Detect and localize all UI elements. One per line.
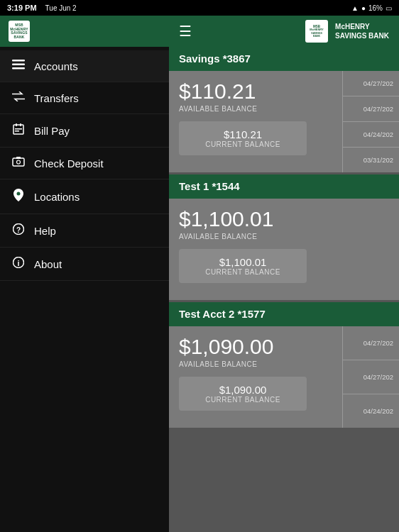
current-balance-amount-test1-1544: $1,100.01	[189, 256, 297, 268]
app-container: MSB McHENRY SAVINGS BANK Accounts	[0, 16, 399, 532]
svg-rect-0	[12, 60, 25, 62]
current-balance-box-savings-3867: $110.21CURRENT BALANCE	[179, 121, 307, 155]
account-card-test1-1544[interactable]: Test 1 *1544$1,100.01AVAILABLE BALANCE$1…	[169, 174, 399, 300]
date-row-2: 04/24/202	[343, 394, 399, 428]
signal-icon: ●	[361, 4, 366, 12]
account-body-wrap-savings-3867: $110.21AVAILABLE BALANCE$110.21CURRENT B…	[169, 71, 399, 172]
current-balance-box-test1-1544: $1,100.01CURRENT BALANCE	[179, 249, 307, 283]
account-header-testacct2-1577: Test Acct 2 *1577	[169, 302, 399, 326]
main-logo-bank: BANK	[313, 35, 320, 38]
main-content: ☰ MSB McHENRY SAVINGS BANK McHENRY SAVIN…	[169, 16, 399, 532]
account-dates-col-testacct2-1577: 04/27/20204/27/20204/24/202	[342, 326, 399, 428]
billpay-label: Bill Pay	[34, 125, 70, 137]
svg-text:?: ?	[16, 226, 21, 234]
account-main-col-testacct2-1577: $1,090.00AVAILABLE BALANCE$1,090.00CURRE…	[169, 326, 342, 428]
about-label: About	[34, 258, 62, 270]
date-row-0: 04/27/202	[343, 326, 399, 360]
account-main-col-test1-1544: $1,100.01AVAILABLE BALANCE$1,100.01CURRE…	[169, 199, 399, 300]
accounts-list: Savings *3867$110.21AVAILABLE BALANCE$11…	[169, 47, 399, 532]
svg-rect-4	[16, 123, 17, 126]
sidebar-item-accounts[interactable]: Accounts	[0, 50, 169, 82]
date-text-2: 04/24/202	[364, 131, 393, 138]
svg-rect-8	[13, 158, 24, 166]
date-row-3: 03/31/202	[343, 148, 399, 172]
battery-indicator: 16%	[368, 4, 383, 12]
svg-rect-10	[16, 157, 21, 159]
svg-rect-1	[12, 64, 25, 66]
menu-button[interactable]: ☰	[179, 23, 192, 40]
sidebar-item-billpay[interactable]: Bill Pay	[0, 114, 169, 148]
sidebar-item-locations[interactable]: Locations	[0, 179, 169, 214]
svg-point-9	[17, 160, 21, 164]
sidebar-header: MSB McHENRY SAVINGS BANK	[0, 16, 169, 47]
current-balance-box-testacct2-1577: $1,090.00CURRENT BALANCE	[179, 377, 307, 411]
sidebar-item-transfers[interactable]: Transfers	[0, 82, 169, 114]
available-label-savings-3867: AVAILABLE BALANCE	[179, 105, 332, 113]
date-row-0: 04/27/202	[343, 71, 399, 96]
main-logo-name-top: McHENRY	[335, 22, 389, 31]
current-balance-label-savings-3867: CURRENT BALANCE	[189, 140, 297, 148]
account-name-testacct2-1577: Test Acct 2 *1577	[179, 308, 266, 320]
account-body-wrap-test1-1544: $1,100.01AVAILABLE BALANCE$1,100.01CURRE…	[169, 199, 399, 300]
date-text-2: 04/24/202	[364, 407, 393, 415]
transfers-label: Transfers	[34, 92, 79, 104]
date-text-0: 04/27/202	[364, 339, 393, 347]
sidebar-item-help[interactable]: ? Help	[0, 214, 169, 248]
date-row-2: 04/24/202	[343, 122, 399, 148]
battery-icon: ▭	[386, 4, 392, 12]
wifi-icon: ▲	[351, 4, 359, 12]
transfers-icon	[11, 92, 26, 104]
available-balance-test1-1544: $1,100.01	[179, 207, 389, 231]
available-label-testacct2-1577: AVAILABLE BALANCE	[179, 360, 332, 368]
account-header-test1-1544: Test 1 *1544	[169, 174, 399, 199]
main-logo-name-bottom: SAVINGS BANK	[335, 31, 389, 40]
account-name-test1-1544: Test 1 *1544	[179, 180, 240, 192]
account-card-savings-3867[interactable]: Savings *3867$110.21AVAILABLE BALANCE$11…	[169, 47, 399, 172]
accounts-icon	[11, 60, 26, 72]
svg-rect-6	[15, 128, 22, 130]
date-row-1: 04/27/202	[343, 360, 399, 394]
account-name-savings-3867: Savings *3867	[179, 52, 251, 65]
logo-bank: BANK	[13, 35, 24, 40]
accounts-label: Accounts	[34, 60, 78, 72]
current-balance-amount-savings-3867: $110.21	[189, 128, 297, 140]
current-balance-label-test1-1544: CURRENT BALANCE	[189, 268, 297, 276]
date-text-0: 04/27/202	[364, 79, 393, 87]
date-text-1: 04/27/202	[364, 373, 393, 381]
account-card-testacct2-1577[interactable]: Test Acct 2 *1577$1,090.00AVAILABLE BALA…	[169, 302, 399, 428]
checkdeposit-label: Check Deposit	[34, 157, 104, 170]
main-logo: MSB McHENRY SAVINGS BANK McHENRY SAVINGS…	[305, 20, 389, 43]
billpay-icon	[11, 123, 26, 138]
svg-point-11	[17, 192, 21, 196]
main-logo-text: McHENRY SAVINGS BANK	[335, 22, 389, 40]
about-icon: i	[11, 257, 26, 271]
svg-text:i: i	[17, 259, 19, 267]
svg-rect-5	[20, 123, 21, 126]
status-date: Tue Jun 2	[45, 4, 77, 12]
account-header-savings-3867: Savings *3867	[169, 47, 399, 71]
main-logo-box: MSB McHENRY SAVINGS BANK	[305, 20, 328, 43]
sidebar-logo: MSB McHENRY SAVINGS BANK	[9, 21, 30, 42]
sidebar-nav: Accounts Transfers	[0, 47, 169, 532]
sidebar-logo-box: MSB McHENRY SAVINGS BANK	[9, 21, 30, 42]
sidebar-item-checkdeposit[interactable]: Check Deposit	[0, 148, 169, 179]
date-text-3: 03/31/202	[364, 156, 393, 164]
checkdeposit-icon	[11, 157, 26, 170]
account-main-col-savings-3867: $110.21AVAILABLE BALANCE$110.21CURRENT B…	[169, 71, 342, 172]
help-label: Help	[34, 225, 56, 237]
svg-rect-2	[12, 67, 25, 70]
sidebar-item-about[interactable]: i About	[0, 248, 169, 281]
account-dates-col-savings-3867: 04/27/20204/27/20204/24/20203/31/202	[342, 71, 399, 172]
svg-rect-7	[15, 131, 19, 132]
current-balance-label-testacct2-1577: CURRENT BALANCE	[189, 396, 297, 404]
current-balance-amount-testacct2-1577: $1,090.00	[189, 384, 297, 396]
help-icon: ?	[11, 223, 26, 238]
date-row-1: 04/27/202	[343, 96, 399, 122]
status-bar: 3:19 PM Tue Jun 2 ▲ ● 16% ▭	[0, 0, 399, 16]
available-label-test1-1544: AVAILABLE BALANCE	[179, 233, 389, 240]
available-balance-savings-3867: $110.21	[179, 79, 332, 104]
status-time: 3:19 PM	[7, 4, 37, 12]
date-text-1: 04/27/202	[364, 105, 393, 113]
account-body-wrap-testacct2-1577: $1,090.00AVAILABLE BALANCE$1,090.00CURRE…	[169, 326, 399, 428]
sidebar: MSB McHENRY SAVINGS BANK Accounts	[0, 16, 169, 532]
